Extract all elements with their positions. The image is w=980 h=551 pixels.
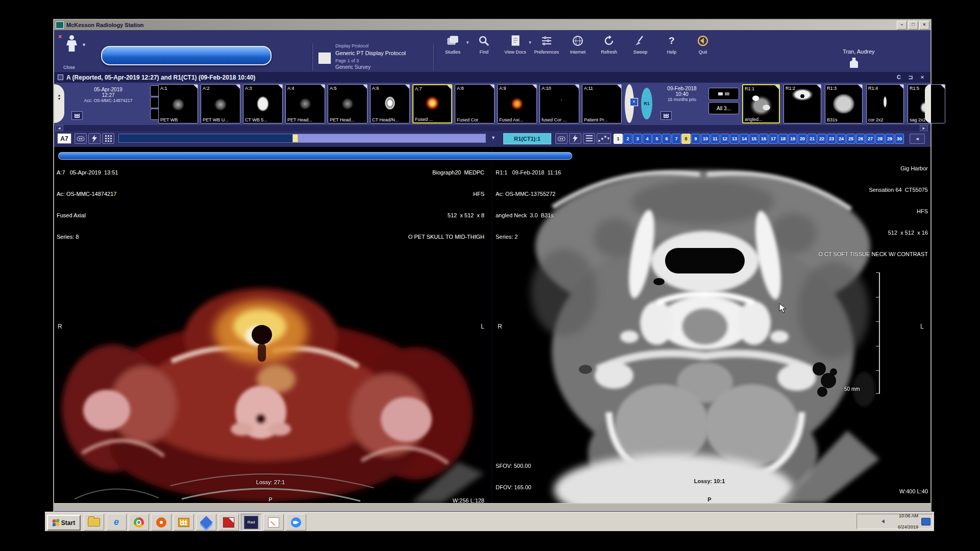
study-r1-all-button[interactable]: All 3... bbox=[708, 102, 739, 114]
close-study-icon[interactable]: × bbox=[918, 73, 926, 81]
slice-button-13[interactable]: 13 bbox=[730, 134, 739, 144]
maximize-button[interactable]: □ bbox=[908, 21, 918, 30]
slice-button-16[interactable]: 16 bbox=[759, 134, 768, 144]
thumbnail-a9[interactable]: A:9Fused Axi... bbox=[497, 84, 537, 123]
study-r1-grid-button[interactable] bbox=[660, 111, 672, 120]
slice-button-7[interactable]: 7 bbox=[672, 134, 681, 144]
layers-app-icon[interactable] bbox=[196, 514, 216, 531]
thumbnail-a2[interactable]: A:2PET WB U... bbox=[201, 84, 240, 123]
help-button[interactable]: ? Help bbox=[657, 34, 687, 55]
thumbnail-r1-3[interactable]: R1:3B31s bbox=[825, 84, 863, 123]
thumbnail-r1-1-selected[interactable]: R1:1angled... bbox=[742, 84, 780, 123]
internet-button[interactable]: Internet bbox=[563, 34, 593, 55]
preferences-button[interactable]: Preferences bbox=[532, 34, 561, 55]
slice-button-26[interactable]: 26 bbox=[856, 134, 865, 144]
layout-grid-button-right[interactable] bbox=[583, 133, 595, 144]
slice-button-17[interactable]: 17 bbox=[769, 134, 778, 144]
layout-grid-button[interactable] bbox=[102, 133, 114, 144]
view-docs-button[interactable]: View Docs ▼ bbox=[501, 34, 530, 55]
find-button[interactable]: Find bbox=[469, 34, 499, 55]
protocol-grid-icon[interactable] bbox=[318, 53, 331, 64]
close-study-button[interactable]: × ▼ Close bbox=[57, 33, 93, 70]
slice-button-9[interactable]: 9 bbox=[691, 134, 700, 144]
thumbnail-a5[interactable]: A:5PET Head... bbox=[328, 84, 368, 123]
thumbnail-r1-2[interactable]: R1:2 bbox=[783, 84, 821, 123]
slice-button-21[interactable]: 21 bbox=[807, 134, 817, 144]
thumbnail-a10[interactable]: A:10fused Cor ... bbox=[540, 84, 579, 123]
outlook-icon[interactable] bbox=[174, 514, 194, 531]
media-player-icon[interactable] bbox=[151, 514, 172, 531]
thumbnail-r1-4[interactable]: R1:4cor 2x2 bbox=[866, 84, 904, 123]
network-icon[interactable] bbox=[921, 518, 930, 525]
close-window-button[interactable]: × bbox=[919, 21, 929, 30]
slice-button-24[interactable]: 24 bbox=[837, 134, 846, 144]
slice-button-14[interactable]: 14 bbox=[740, 134, 749, 144]
thumb-scroll-left[interactable]: ▲ ▼ bbox=[54, 84, 64, 123]
study-r1-tab[interactable]: R1 bbox=[641, 88, 652, 119]
studies-button[interactable]: Studies ▼ bbox=[438, 34, 468, 55]
slice-button-6[interactable]: 6 bbox=[662, 134, 671, 144]
right-viewport-label[interactable]: R1(CT1):1 bbox=[503, 133, 551, 144]
window-level-button-right[interactable] bbox=[569, 133, 581, 144]
window-level-button[interactable] bbox=[88, 133, 101, 144]
zoom-app-icon[interactable] bbox=[286, 514, 306, 531]
ruler-label: 50 mm bbox=[844, 386, 860, 393]
slice-button-3[interactable]: 3 bbox=[633, 134, 642, 144]
volume-icon[interactable] bbox=[879, 519, 885, 523]
slice-button-2[interactable]: 2 bbox=[623, 134, 632, 144]
slice-button-27[interactable]: 27 bbox=[866, 134, 875, 144]
slice-button-4[interactable]: 4 bbox=[643, 134, 652, 144]
radiology-app-icon[interactable]: Rad bbox=[241, 514, 261, 531]
slice-button-12[interactable]: 12 bbox=[720, 134, 729, 144]
thumbnail-a1[interactable]: A:1PET WB bbox=[158, 84, 198, 123]
splitter-caret-icon[interactable]: ▼ bbox=[491, 135, 496, 140]
slice-button-18[interactable]: 18 bbox=[778, 134, 788, 144]
slice-button-10[interactable]: 10 bbox=[701, 134, 710, 144]
slice-button-15[interactable]: 15 bbox=[749, 134, 758, 144]
red-app-icon[interactable] bbox=[218, 514, 239, 531]
thumbnail-a11[interactable]: A:11Patient Pr... bbox=[582, 84, 622, 123]
cine-loop-button[interactable] bbox=[75, 133, 87, 144]
scout-lines-button[interactable]: ▼ bbox=[597, 133, 611, 144]
slice-button-8[interactable]: 8 bbox=[681, 134, 691, 144]
slice-button-22[interactable]: 22 bbox=[817, 134, 826, 144]
undock-icon[interactable]: ⊐ bbox=[906, 73, 915, 81]
sweep-button[interactable]: Sweep bbox=[626, 34, 655, 55]
thumbnail-a7-selected[interactable]: A:7Fused ... bbox=[412, 84, 452, 123]
slice-button-11[interactable]: 11 bbox=[710, 134, 720, 144]
file-explorer-icon[interactable] bbox=[84, 514, 104, 531]
thumbnail-a3[interactable]: A:3CT WB 5... bbox=[243, 84, 283, 123]
series-scrollbar[interactable] bbox=[118, 134, 486, 143]
cine-loop-button-right[interactable] bbox=[555, 133, 568, 144]
slice-button-23[interactable]: 23 bbox=[827, 134, 836, 144]
study-a-grid-button[interactable] bbox=[71, 111, 83, 120]
internet-explorer-icon[interactable]: e bbox=[106, 514, 127, 531]
slice-button-1[interactable]: 1 bbox=[614, 134, 623, 144]
close-comparison-button[interactable]: × bbox=[630, 98, 638, 106]
scroll-right-button[interactable]: ► bbox=[920, 125, 928, 131]
scroll-left-button[interactable]: ◄ bbox=[55, 125, 63, 131]
thumbnail-a8[interactable]: A:8Fused Cor bbox=[455, 84, 495, 123]
study-r1-tool-button[interactable] bbox=[708, 88, 739, 100]
refresh-button[interactable]: Refresh bbox=[594, 34, 624, 55]
chrome-icon[interactable] bbox=[129, 514, 149, 531]
thumbnail-a6[interactable]: A:6CT Head/N... bbox=[370, 84, 410, 123]
chevron-down-icon[interactable]: ▼ bbox=[82, 42, 86, 47]
series-scrollbar-thumb[interactable] bbox=[292, 134, 298, 142]
start-button[interactable]: Start bbox=[47, 515, 81, 531]
slice-button-19[interactable]: 19 bbox=[788, 134, 797, 144]
slice-button-25[interactable]: 25 bbox=[846, 134, 855, 144]
slice-button-30[interactable]: 30 bbox=[895, 134, 904, 144]
slice-button-29[interactable]: 29 bbox=[885, 134, 894, 144]
slice-button-28[interactable]: 28 bbox=[875, 134, 885, 144]
minimize-button[interactable]: – bbox=[897, 21, 907, 30]
slice-strip-back-button[interactable]: ◄ bbox=[910, 134, 925, 144]
right-overlay-bottom-left: SFOV: 500.00 DFOV: 165.00 B31s kV: 120.0… bbox=[496, 448, 555, 503]
slice-button-20[interactable]: 20 bbox=[798, 134, 807, 144]
compare-icon[interactable]: C bbox=[895, 73, 903, 81]
quit-button[interactable]: Quit bbox=[688, 34, 718, 55]
slice-button-5[interactable]: 5 bbox=[652, 134, 662, 144]
chart-app-icon[interactable] bbox=[263, 514, 284, 531]
left-viewport-label[interactable]: A7 bbox=[57, 133, 71, 144]
thumbnail-a4[interactable]: A:4PET Head... bbox=[285, 84, 325, 123]
